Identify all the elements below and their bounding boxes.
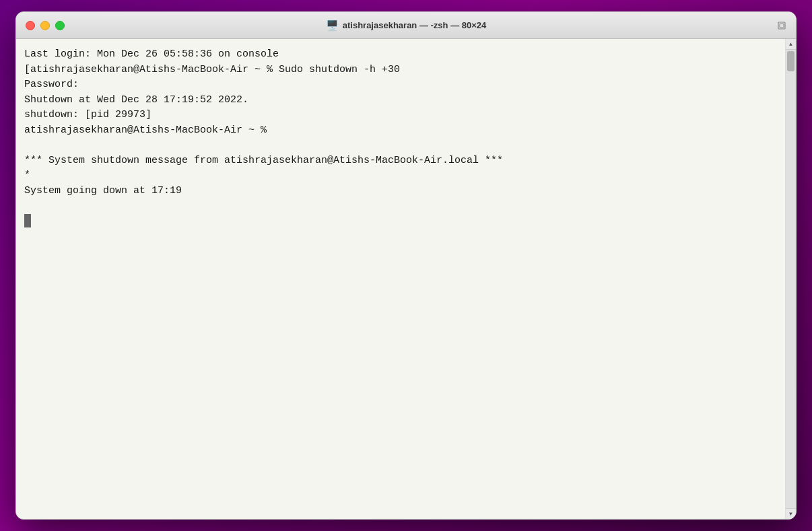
title-bar: 🖥️ atishrajasekharan — -zsh — 80×24 <box>16 12 796 39</box>
close-button[interactable] <box>26 21 35 30</box>
minimize-button[interactable] <box>40 21 50 30</box>
terminal-line <box>24 138 777 153</box>
scroll-up-button[interactable]: ▲ <box>786 39 796 50</box>
terminal-line: atishrajasekharan@Atishs-MacBook-Air ~ % <box>24 123 777 139</box>
terminal-line: *** System shutdown message from atishra… <box>24 153 777 169</box>
terminal-line: shutdown: [pid 29973] <box>24 108 777 123</box>
terminal-line: Shutdown at Wed Dec 28 17:19:52 2022. <box>24 93 777 108</box>
scroll-thumb[interactable] <box>787 51 794 71</box>
terminal-line <box>24 199 777 214</box>
resize-icon[interactable] <box>777 21 786 30</box>
traffic-lights <box>26 21 65 30</box>
scroll-track[interactable] <box>786 50 796 508</box>
terminal-line: * <box>24 168 777 184</box>
scrollbar[interactable]: ▲ ▼ <box>785 39 796 519</box>
window-title: 🖥️ atishrajasekharan — -zsh — 80×24 <box>326 20 487 32</box>
terminal-line: Last login: Mon Dec 26 05:58:36 on conso… <box>24 47 777 63</box>
terminal-icon: 🖥️ <box>326 20 339 32</box>
terminal-line: System going down at 17:19 <box>24 184 777 199</box>
desktop-background: 🖥️ atishrajasekharan — -zsh — 80×24 Last… <box>0 0 812 531</box>
title-bar-right <box>777 21 786 30</box>
terminal-cursor-line <box>24 214 777 230</box>
maximize-button[interactable] <box>55 21 65 30</box>
cursor <box>24 214 31 227</box>
scroll-down-button[interactable]: ▼ <box>786 508 796 519</box>
svg-rect-1 <box>780 24 784 28</box>
terminal-line: [atishrajasekharan@Atishs-MacBook-Air ~ … <box>24 63 777 78</box>
terminal-window: 🖥️ atishrajasekharan — -zsh — 80×24 Last… <box>15 11 797 520</box>
terminal-line: Password: <box>24 77 777 93</box>
terminal-body[interactable]: Last login: Mon Dec 26 05:58:36 on conso… <box>16 39 796 519</box>
